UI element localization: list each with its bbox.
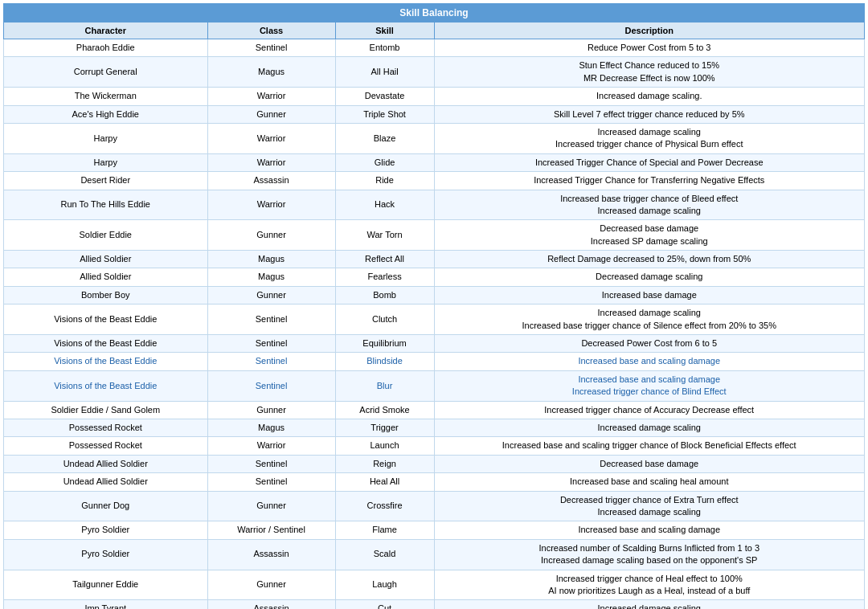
table-row: Possessed RocketWarriorLaunchIncreased b… <box>4 437 865 455</box>
character-cell: Tailgunner Eddie <box>4 570 208 600</box>
class-cell: Gunner <box>207 220 335 251</box>
character-cell: Possessed Rocket <box>4 437 208 455</box>
description-cell: Skill Level 7 effect trigger chance redu… <box>434 105 865 123</box>
class-cell: Sentinel <box>207 455 335 472</box>
skill-cell: Heal All <box>335 473 434 491</box>
class-cell: Magus <box>207 268 335 286</box>
description-cell: Increased damage scalingIncreased trigge… <box>434 123 865 153</box>
table-row: Ace's High EddieGunnerTriple ShotSkill L… <box>4 105 865 123</box>
class-cell: Magus <box>207 57 335 88</box>
description-cell: Increased base and scaling heal amount <box>434 473 865 491</box>
column-header-skill: Skill <box>335 22 434 39</box>
skill-cell: Glide <box>335 153 434 171</box>
skill-cell: Blaze <box>335 123 434 153</box>
character-cell: Desert Rider <box>4 172 208 190</box>
table-row: Visions of the Beast EddieSentinelClutch… <box>4 304 865 335</box>
class-cell: Warrior <box>207 437 335 455</box>
description-cell: Increased base and scaling damage <box>434 521 865 539</box>
table-row: Pyro SoldierWarrior / SentinelFlameIncre… <box>4 521 865 539</box>
description-cell: Decreased Power Cost from 6 to 5 <box>434 335 865 353</box>
character-cell: Soldier Eddie <box>4 220 208 251</box>
table-row: Allied SoldierMagusReflect AllReflect Da… <box>4 251 865 268</box>
character-cell: Allied Soldier <box>4 251 208 268</box>
description-cell: Increased damage scaling. <box>434 88 865 105</box>
table-row: Allied SoldierMagusFearlessDecreased dam… <box>4 268 865 286</box>
skill-cell: Scald <box>335 539 434 570</box>
skill-cell: Trigger <box>335 419 434 436</box>
table-row: The WickermanWarriorDevastateIncreased d… <box>4 88 865 105</box>
description-cell: Increased base and scaling damage <box>434 353 865 370</box>
character-cell: Pharaoh Eddie <box>4 39 208 57</box>
class-cell: Sentinel <box>207 370 335 401</box>
table-row: Imp TyrantAssassinCutIncreased damage sc… <box>4 600 865 609</box>
column-header-character: Character <box>4 22 208 39</box>
skill-cell: Clutch <box>335 304 434 335</box>
character-cell: Imp Tyrant <box>4 600 208 609</box>
table-row: Desert RiderAssassinRideIncreased Trigge… <box>4 172 865 190</box>
table-row: Corrupt GeneralMagusAll HailStun Effect … <box>4 57 865 88</box>
character-cell: Corrupt General <box>4 57 208 88</box>
skill-cell: Flame <box>335 521 434 539</box>
skill-cell: Ride <box>335 172 434 190</box>
skill-cell: War Torn <box>335 220 434 251</box>
column-header-description: Description <box>434 22 865 39</box>
table-row: Visions of the Beast EddieSentinelBlurIn… <box>4 370 865 401</box>
description-cell: Increased damage scalingIncreased base t… <box>434 304 865 335</box>
description-cell: Increased number of Scalding Burns Infli… <box>434 539 865 570</box>
skill-cell: Hack <box>335 190 434 220</box>
description-cell: Increased Trigger Chance for Transferrin… <box>434 172 865 190</box>
table-row: Soldier EddieGunnerWar TornDecreased bas… <box>4 220 865 251</box>
description-cell: Increased base and scaling trigger chanc… <box>434 437 865 455</box>
description-cell: Decreased base damageIncreased SP damage… <box>434 220 865 251</box>
skill-cell: Equilibrium <box>335 335 434 353</box>
character-cell: Allied Soldier <box>4 268 208 286</box>
table-row: Visions of the Beast EddieSentinelEquili… <box>4 335 865 353</box>
description-cell: Decreased base damage <box>434 455 865 472</box>
skill-cell: Entomb <box>335 39 434 57</box>
class-cell: Gunner <box>207 105 335 123</box>
description-cell: Stun Effect Chance reduced to 15%MR Decr… <box>434 57 865 88</box>
character-cell: Visions of the Beast Eddie <box>4 353 208 370</box>
table-title: Skill Balancing <box>4 4 865 22</box>
character-cell: Gunner Dog <box>4 491 208 521</box>
description-cell: Increased damage scaling <box>434 419 865 436</box>
description-cell: Increased trigger chance of Heal effect … <box>434 570 865 600</box>
description-cell: Increased Trigger Chance of Special and … <box>434 153 865 171</box>
class-cell: Warrior <box>207 190 335 220</box>
character-cell: Harpy <box>4 153 208 171</box>
class-cell: Magus <box>207 419 335 436</box>
description-cell: Increased trigger chance of Accuracy Dec… <box>434 401 865 419</box>
description-cell: Increased base damage <box>434 286 865 304</box>
class-cell: Gunner <box>207 286 335 304</box>
skill-cell: All Hail <box>335 57 434 88</box>
description-cell: Reduce Power Cost from 5 to 3 <box>434 39 865 57</box>
skill-cell: Crossfire <box>335 491 434 521</box>
page-container: Skill BalancingCharacterClassSkillDescri… <box>0 0 868 609</box>
skill-cell: Cut <box>335 600 434 609</box>
character-cell: Visions of the Beast Eddie <box>4 370 208 401</box>
skill-cell: Bomb <box>335 286 434 304</box>
class-cell: Gunner <box>207 491 335 521</box>
character-cell: Undead Allied Soldier <box>4 473 208 491</box>
description-cell: Decreased trigger chance of Extra Turn e… <box>434 491 865 521</box>
table-row: HarpyWarriorGlideIncreased Trigger Chanc… <box>4 153 865 171</box>
skill-cell: Triple Shot <box>335 105 434 123</box>
character-cell: Visions of the Beast Eddie <box>4 304 208 335</box>
table-row: HarpyWarriorBlazeIncreased damage scalin… <box>4 123 865 153</box>
skill-cell: Blur <box>335 370 434 401</box>
class-cell: Warrior <box>207 88 335 105</box>
skill-cell: Reign <box>335 455 434 472</box>
class-cell: Assassin <box>207 600 335 609</box>
description-cell: Increased damage scaling <box>434 600 865 609</box>
character-cell: Soldier Eddie / Sand Golem <box>4 401 208 419</box>
table-row: Soldier Eddie / Sand GolemGunnerAcrid Sm… <box>4 401 865 419</box>
table-row: Undead Allied SoldierSentinelReignDecrea… <box>4 455 865 472</box>
table-row: Visions of the Beast EddieSentinelBlinds… <box>4 353 865 370</box>
character-cell: Pyro Soldier <box>4 521 208 539</box>
table-row: Gunner DogGunnerCrossfireDecreased trigg… <box>4 491 865 521</box>
class-cell: Warrior <box>207 153 335 171</box>
class-cell: Magus <box>207 251 335 268</box>
class-cell: Gunner <box>207 401 335 419</box>
character-cell: The Wickerman <box>4 88 208 105</box>
class-cell: Sentinel <box>207 39 335 57</box>
